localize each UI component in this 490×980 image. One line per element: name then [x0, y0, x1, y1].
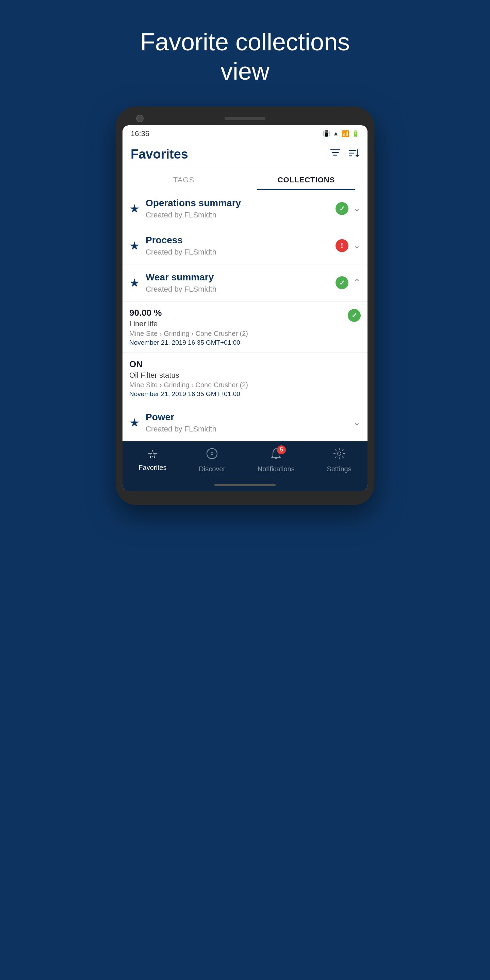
home-indicator: [123, 480, 368, 492]
phone-screen: 16:36 📳 ▲ 📶 🔋 Favorites: [123, 125, 368, 492]
svg-point-2: [337, 452, 341, 455]
chevron-down-icon[interactable]: ⌄: [353, 203, 361, 214]
notification-badge: 5: [277, 445, 286, 454]
app-header-title: Favorites: [130, 147, 188, 162]
chevron-down-icon[interactable]: ⌄: [353, 417, 361, 428]
phone-camera: [136, 115, 143, 122]
nav-label-notifications: Notifications: [258, 465, 295, 473]
home-indicator-bar: [215, 484, 275, 486]
status-icons: 📳 ▲ 📶 🔋: [323, 130, 360, 137]
svg-point-1: [211, 453, 213, 455]
status-indicator-green: [348, 309, 361, 322]
nav-item-notifications[interactable]: 5 Notifications: [258, 447, 295, 473]
signal-icon: 📶: [342, 130, 349, 137]
sub-item-status: [348, 308, 361, 322]
item-title: Power: [146, 412, 353, 423]
nav-item-discover[interactable]: Discover: [199, 447, 225, 473]
tab-tags[interactable]: TAGS: [123, 168, 245, 190]
app-header: Favorites: [123, 141, 368, 168]
status-bar: 16:36 📳 ▲ 📶 🔋: [123, 125, 368, 141]
sub-item[interactable]: 90.00 % Liner life Mine Site › Grinding …: [123, 301, 368, 353]
item-title: Operations summary: [146, 198, 336, 208]
sort-icon[interactable]: [348, 148, 360, 160]
filter-icon[interactable]: [330, 148, 340, 160]
wifi-icon: ▲: [333, 130, 339, 137]
phone-top-bar: [123, 117, 368, 125]
discover-icon: [206, 447, 218, 463]
chevron-down-icon[interactable]: ⌄: [353, 240, 361, 251]
item-actions: ⌃: [336, 276, 361, 289]
status-indicator-green: [336, 276, 348, 289]
nav-item-settings[interactable]: Settings: [327, 447, 351, 473]
sub-item-value: 90.00 %: [129, 308, 348, 318]
bottom-nav: ☆ Favorites Discover: [123, 441, 368, 480]
sub-item[interactable]: ON Oil Filter status Mine Site › Grindin…: [123, 353, 368, 404]
item-actions: ⌄: [336, 239, 361, 252]
item-subtitle: Created by FLSmidth: [146, 248, 336, 256]
sub-item-content: 90.00 % Liner life Mine Site › Grinding …: [129, 308, 348, 347]
sub-item-label: Oil Filter status: [129, 371, 361, 380]
list-item[interactable]: ★ Process Created by FLSmidth ⌄: [123, 227, 368, 264]
star-icon[interactable]: ★: [129, 239, 140, 253]
item-title: Process: [146, 235, 336, 246]
settings-icon: [333, 447, 345, 463]
battery-icon: 🔋: [352, 130, 360, 137]
nav-label-settings: Settings: [327, 465, 351, 473]
sub-item-date: November 21, 2019 16:35 GMT+01:00: [129, 339, 348, 347]
item-subtitle: Created by FLSmidth: [146, 211, 336, 220]
phone-speaker: [224, 117, 266, 120]
svg-point-0: [207, 449, 217, 459]
notifications-icon: 5: [270, 447, 282, 463]
sub-item-value: ON: [129, 359, 361, 369]
tabs-bar: TAGS COLLECTIONS: [123, 168, 368, 190]
item-actions: ⌄: [336, 202, 361, 215]
sub-item-label: Liner life: [129, 320, 348, 328]
item-subtitle: Created by FLSmidth: [146, 425, 353, 434]
status-time: 16:36: [130, 129, 150, 138]
status-indicator-green: [336, 202, 348, 215]
item-subtitle: Created by FLSmidth: [146, 285, 336, 294]
phone-device: 16:36 📳 ▲ 📶 🔋 Favorites: [116, 107, 374, 505]
star-icon[interactable]: ★: [129, 276, 140, 290]
item-content: Power Created by FLSmidth: [146, 412, 353, 434]
item-content: Operations summary Created by FLSmidth: [146, 198, 336, 220]
item-content: Process Created by FLSmidth: [146, 235, 336, 256]
list-item[interactable]: ★ Operations summary Created by FLSmidth…: [123, 190, 368, 227]
item-title: Wear summary: [146, 272, 336, 283]
nav-label-discover: Discover: [199, 465, 225, 473]
item-content: Wear summary Created by FLSmidth: [146, 272, 336, 294]
sub-item-path: Mine Site › Grinding › Cone Crusher (2): [129, 330, 348, 337]
nav-item-favorites[interactable]: ☆ Favorites: [138, 447, 166, 473]
nav-label-favorites: Favorites: [138, 464, 166, 472]
sub-item-content: ON Oil Filter status Mine Site › Grindin…: [129, 359, 361, 398]
page-title: Favorite collectionsview: [140, 27, 350, 86]
star-icon[interactable]: ★: [129, 416, 140, 430]
status-indicator-red: [336, 239, 348, 252]
star-icon[interactable]: ★: [129, 202, 140, 215]
vibrate-icon: 📳: [323, 130, 330, 137]
item-actions: ⌄: [353, 417, 361, 428]
tab-collections[interactable]: COLLECTIONS: [245, 168, 368, 190]
sub-item-path: Mine Site › Grinding › Cone Crusher (2): [129, 381, 361, 389]
sub-item-date: November 21, 2019 16:35 GMT+01:00: [129, 390, 361, 398]
chevron-up-icon[interactable]: ⌃: [353, 277, 361, 288]
content-area: ★ Operations summary Created by FLSmidth…: [123, 190, 368, 441]
header-actions: [330, 148, 360, 160]
list-item[interactable]: ★ Wear summary Created by FLSmidth ⌃: [123, 264, 368, 301]
favorites-icon: ☆: [147, 447, 158, 461]
list-item[interactable]: ★ Power Created by FLSmidth ⌄: [123, 404, 368, 441]
